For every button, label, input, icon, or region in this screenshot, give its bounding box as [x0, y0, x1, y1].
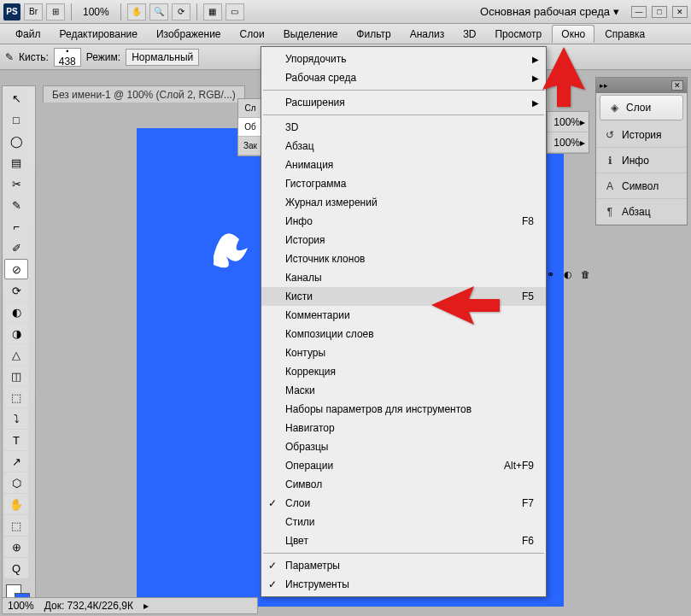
tool-4[interactable]: ✂ [4, 173, 28, 194]
fill-value[interactable]: 100%▸ [548, 132, 589, 153]
tool-12[interactable]: △ [4, 344, 28, 365]
menu-item-13[interactable]: Каналы [261, 268, 546, 287]
menu-item-8[interactable]: Гистограмма [261, 174, 546, 193]
docked-tab-2[interactable]: Зак [238, 137, 262, 155]
menu-анализ[interactable]: Анализ [401, 26, 454, 43]
menu-просмотр[interactable]: Просмотр [486, 26, 550, 43]
tool-7[interactable]: ✐ [4, 238, 28, 258]
menu-item-26[interactable]: Стили [261, 513, 546, 531]
menu-item-18[interactable]: Коррекция [261, 362, 546, 381]
tool-3[interactable]: ▤ [4, 152, 28, 173]
menu-окно[interactable]: Окно [552, 25, 594, 43]
docked-tab-0[interactable]: Сл [238, 99, 262, 118]
collapse-arrows-icon[interactable]: ▸▸ [600, 81, 608, 90]
workspace-switcher[interactable]: Основная рабочая среда ▾ [473, 5, 626, 18]
mask-icon[interactable]: ◐ [564, 269, 576, 281]
menu-shortcut: F6 [505, 535, 534, 547]
menu-item-16[interactable]: Композиции слоев [261, 325, 546, 343]
tool-13[interactable]: ◫ [4, 366, 28, 386]
maximize-button[interactable]: □ [652, 6, 667, 18]
menu-item-11[interactable]: История [261, 231, 546, 249]
document-tab[interactable]: Без имени-1 @ 100% (Слой 2, RGB/...) [43, 85, 245, 104]
panel-tab-История[interactable]: ↺История [596, 122, 687, 148]
tool-21[interactable]: ⊕ [4, 537, 28, 557]
hand-icon[interactable]: ✋ [127, 3, 146, 21]
menu-item-12[interactable]: Источник клонов [261, 249, 546, 268]
tool-20[interactable]: ⬚ [4, 515, 28, 536]
menu-item-22[interactable]: Образцы [261, 437, 546, 456]
separator [196, 3, 197, 21]
menu-item-17[interactable]: Контуры [261, 343, 546, 362]
tool-2[interactable]: ◯ [4, 131, 28, 151]
tool-17[interactable]: ↗ [4, 451, 28, 472]
menu-item-5[interactable]: 3D [261, 118, 546, 137]
menu-фильтр[interactable]: Фильтр [348, 26, 399, 43]
menu-item-label: Слои [285, 497, 310, 509]
menu-item-label: Параметры [285, 560, 340, 572]
zoom-level[interactable]: 100% [78, 6, 114, 18]
tool-10[interactable]: ◐ [4, 302, 28, 322]
menu-item-20[interactable]: Наборы параметров для инструментов [261, 400, 546, 419]
extras-icon[interactable]: ⊞ [46, 3, 65, 21]
menu-item-19[interactable]: Маски [261, 381, 546, 400]
tool-22[interactable]: Q [4, 558, 28, 578]
tool-9[interactable]: ⟳ [4, 280, 28, 301]
menu-item-30[interactable]: ✓Инструменты [261, 575, 546, 594]
menu-item-10[interactable]: ИнфоF8 [261, 212, 546, 231]
menu-item-27[interactable]: ЦветF6 [261, 531, 546, 550]
zoom-icon[interactable]: 🔍 [149, 3, 168, 21]
tool-8[interactable]: ⊘ [4, 259, 28, 279]
menu-item-7[interactable]: Анимация [261, 155, 546, 174]
tool-1[interactable]: □ [4, 109, 28, 130]
trash-icon[interactable]: 🗑 [581, 269, 593, 281]
tool-18[interactable]: ⬡ [4, 472, 28, 493]
tool-5[interactable]: ✎ [4, 195, 28, 215]
menu-item-6[interactable]: Абзац [261, 137, 546, 155]
menu-item-23[interactable]: ОперацииAlt+F9 [261, 456, 546, 475]
tool-preset-icon[interactable]: ✎ [5, 51, 14, 63]
rotate-icon[interactable]: ⟳ [172, 3, 190, 21]
menu-item-14[interactable]: КистиF5 [261, 287, 546, 306]
panel-tab-Слои[interactable]: ◈Слои [600, 95, 683, 120]
link-icon[interactable]: ⚭ [547, 269, 559, 281]
tool-15[interactable]: ⤵ [4, 408, 28, 429]
close-button[interactable]: ✕ [672, 6, 688, 18]
minimize-button[interactable]: — [631, 6, 647, 18]
panel-tab-Символ[interactable]: AСимвол [596, 173, 687, 199]
tool-6[interactable]: ⌐ [4, 216, 28, 237]
menu-слои[interactable]: Слои [231, 26, 273, 43]
menu-item-label: Анимация [285, 159, 333, 171]
screen-mode-icon[interactable]: ▭ [225, 3, 244, 21]
menu-item-25[interactable]: ✓СлоиF7 [261, 494, 546, 513]
tool-16[interactable]: T [4, 430, 28, 450]
menu-item-3[interactable]: Расширения▶ [261, 93, 546, 112]
menu-редактирование[interactable]: Редактирование [51, 26, 146, 43]
menu-справка[interactable]: Справка [596, 26, 653, 43]
brush-preview[interactable]: • 438 [54, 48, 81, 67]
menu-изображение[interactable]: Изображение [148, 26, 230, 43]
docked-tab-1[interactable]: Об [238, 118, 262, 137]
blend-mode-select[interactable]: Нормальный [126, 49, 199, 66]
menu-item-24[interactable]: Символ [261, 475, 546, 494]
panel-tab-Абзац[interactable]: ¶Абзац [596, 199, 687, 225]
menu-item-15[interactable]: Комментарии [261, 306, 546, 325]
arrange-icon[interactable]: ▦ [203, 3, 222, 21]
bridge-icon[interactable]: Br [24, 3, 43, 21]
tool-14[interactable]: ⬚ [4, 387, 28, 408]
opacity-value[interactable]: 100%▸ [548, 112, 589, 132]
menu-item-9[interactable]: Журнал измерений [261, 193, 546, 212]
close-icon[interactable]: ✕ [671, 80, 683, 91]
menu-файл[interactable]: Файл [7, 26, 50, 43]
menu-item-1[interactable]: Рабочая среда▶ [261, 68, 546, 87]
menu-item-0[interactable]: Упорядочить▶ [261, 50, 546, 68]
tool-0[interactable]: ↖ [4, 88, 28, 109]
tool-11[interactable]: ◑ [4, 323, 28, 343]
menu-выделение[interactable]: Выделение [275, 26, 347, 43]
status-zoom[interactable]: 100% [8, 600, 34, 612]
panel-tab-Инфо[interactable]: ℹИнфо [596, 148, 687, 173]
menu-item-21[interactable]: Навигатор [261, 419, 546, 437]
menu-item-29[interactable]: ✓Параметры [261, 556, 546, 575]
chevron-right-icon[interactable]: ▸ [143, 600, 149, 612]
tool-19[interactable]: ✋ [4, 494, 28, 514]
menu-3d[interactable]: 3D [454, 26, 484, 43]
